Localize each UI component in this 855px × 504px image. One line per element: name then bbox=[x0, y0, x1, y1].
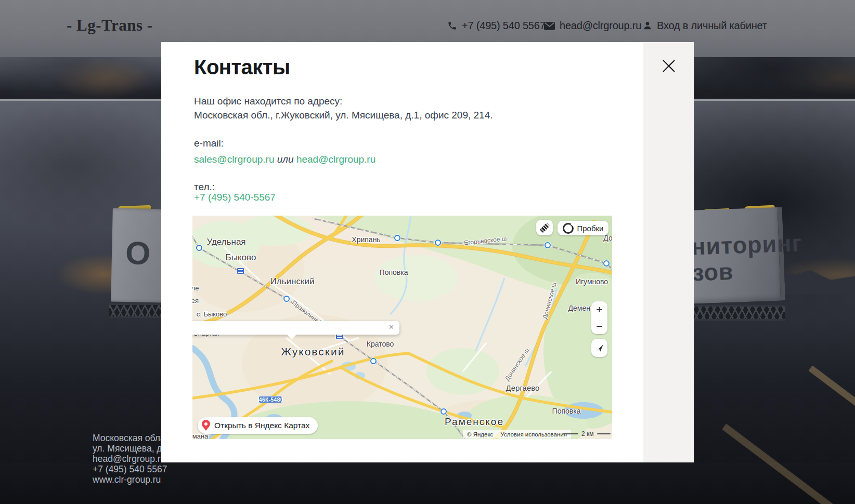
mail-icon bbox=[544, 22, 555, 30]
modal-close-button[interactable] bbox=[662, 59, 676, 73]
email-link-head[interactable]: head@clrgroup.ru bbox=[296, 154, 375, 165]
terms-link[interactable]: Условия использования bbox=[500, 431, 567, 437]
zoom-out-button[interactable]: − bbox=[591, 318, 607, 335]
page-root: О к ниторинг зов Московская облаул. Мяси… bbox=[0, 0, 855, 504]
modal-side-panel bbox=[643, 42, 694, 462]
close-icon bbox=[662, 59, 676, 73]
phone-line: +7 (495) 540-5567 bbox=[194, 190, 276, 204]
balloon-tail bbox=[287, 335, 296, 339]
phone-icon bbox=[447, 21, 457, 31]
email-link-sales[interactable]: sales@clrgroup.ru bbox=[194, 154, 274, 165]
footer-line: +7 (495) 540 5567 bbox=[93, 464, 170, 474]
header-phone[interactable]: +7 (495) 540 5567 bbox=[447, 20, 546, 32]
yandex-copyright: © Яндекс bbox=[467, 431, 493, 437]
billboard-right-text-2: зов bbox=[692, 260, 734, 285]
geolocation-button[interactable] bbox=[591, 339, 607, 357]
header-login[interactable]: Вход в личный кабинет bbox=[643, 20, 767, 32]
railway-station-icon[interactable] bbox=[237, 268, 244, 274]
map-pin-icon bbox=[202, 420, 210, 431]
map-copyright: © Яндекс Условия использования bbox=[463, 430, 571, 439]
email-links: sales@clrgroup.ru или head@clrgroup.ru bbox=[194, 152, 375, 166]
email-label: e-mail: bbox=[194, 136, 224, 150]
traffic-button[interactable]: Пробки bbox=[558, 221, 608, 235]
open-in-yandex-label: Открыть в Яндекс Картах bbox=[214, 421, 309, 430]
scale-line bbox=[597, 433, 611, 435]
station-marker[interactable] bbox=[394, 235, 400, 241]
ruler-button[interactable] bbox=[536, 220, 553, 235]
email-separator: или bbox=[277, 154, 294, 165]
billboard-truss bbox=[109, 303, 166, 318]
road-shield: 46К-5480 bbox=[258, 396, 282, 403]
billboard-truss bbox=[692, 305, 785, 321]
billboard-right-text-1: ниторинг bbox=[691, 231, 802, 258]
phone-link[interactable]: +7 (495) 540-5567 bbox=[194, 192, 276, 203]
station-marker[interactable] bbox=[603, 260, 610, 267]
road-marking bbox=[808, 365, 855, 452]
footer-line: Московская обла bbox=[93, 433, 170, 443]
station-marker[interactable] bbox=[196, 245, 202, 251]
site-logo[interactable]: - Lg-Trans - bbox=[67, 16, 153, 35]
header-email[interactable]: head@clrgroup.ru bbox=[544, 20, 641, 32]
billboard-right: ниторинг зов bbox=[677, 204, 792, 323]
map-balloon: ✕ bbox=[192, 321, 399, 335]
yandex-map[interactable]: УдельнаяБыковоИльинскийс. БыковолееяХрип… bbox=[192, 216, 612, 439]
scale-label: 2 км bbox=[581, 430, 594, 437]
header-login-text: Вход в личный кабинет bbox=[657, 20, 767, 32]
traffic-icon bbox=[563, 223, 574, 234]
station-marker[interactable] bbox=[370, 358, 377, 364]
user-icon bbox=[643, 21, 652, 31]
footer-line: ул. Мясищева, д.1 bbox=[93, 443, 170, 454]
footer-contacts: Московская облаул. Мясищева, д.1head@clr… bbox=[93, 433, 170, 485]
contacts-modal: Контакты Наш офис находится по адресу: М… bbox=[161, 42, 643, 462]
office-intro: Наш офис находится по адресу: bbox=[194, 94, 493, 108]
station-marker[interactable] bbox=[545, 242, 551, 248]
modal-title: Контакты bbox=[194, 56, 290, 79]
station-marker[interactable] bbox=[435, 240, 441, 246]
header-email-text: head@clrgroup.ru bbox=[560, 20, 641, 32]
station-marker[interactable] bbox=[283, 296, 290, 302]
footer-line: head@clrgroup.ru bbox=[93, 454, 170, 464]
office-address: Московская обл., г.Жуковский, ул. Мясище… bbox=[194, 108, 493, 122]
ruler-icon bbox=[539, 222, 550, 233]
geolocation-icon bbox=[595, 343, 604, 353]
balloon-close-icon[interactable]: ✕ bbox=[388, 323, 394, 331]
open-in-yandex-button[interactable]: Открыть в Яндекс Картах bbox=[198, 417, 318, 434]
zoom-in-button[interactable]: + bbox=[591, 301, 607, 318]
scale-line bbox=[563, 433, 578, 435]
office-address-block: Наш офис находится по адресу: Московская… bbox=[194, 94, 493, 122]
footer-line: www.clr-group.ru bbox=[93, 474, 170, 485]
header-phone-text: +7 (495) 540 5567 bbox=[462, 20, 546, 32]
map-scale: 2 км bbox=[563, 430, 611, 437]
traffic-label: Пробки bbox=[577, 224, 604, 233]
zoom-control: + − bbox=[591, 301, 607, 334]
station-marker[interactable] bbox=[441, 408, 447, 415]
